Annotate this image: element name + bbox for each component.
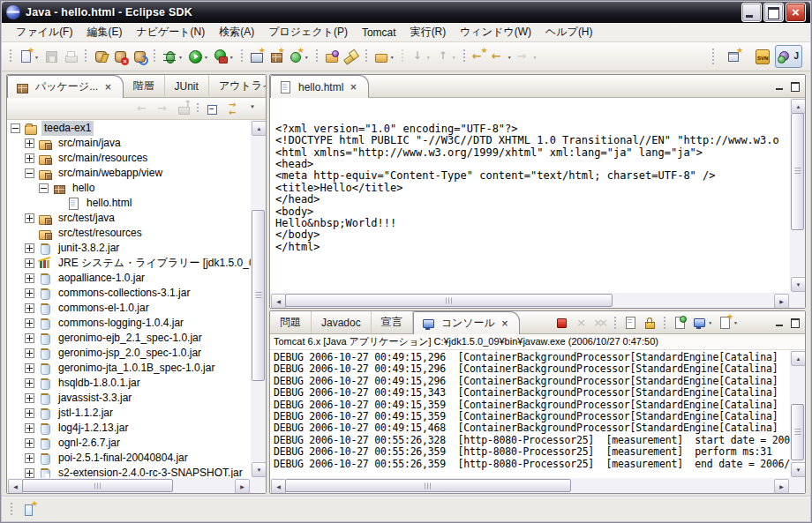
dropdown-arrow-icon[interactable] bbox=[178, 49, 183, 64]
up-nav-button[interactable] bbox=[176, 100, 193, 117]
scroll-up-icon[interactable] bbox=[791, 99, 805, 114]
scroll-down-icon[interactable] bbox=[252, 462, 266, 477]
titlebar[interactable]: Java - hello.html - Eclipse SDK bbox=[2, 2, 810, 23]
expander-icon[interactable] bbox=[25, 258, 34, 268]
remove-launch-button[interactable] bbox=[572, 313, 590, 332]
tomcat-start-button[interactable] bbox=[92, 46, 109, 67]
scroll-left-icon[interactable] bbox=[271, 294, 286, 308]
svn-perspective-button[interactable]: SVN bbox=[748, 45, 773, 68]
expander-icon[interactable] bbox=[25, 213, 34, 223]
new-package-button[interactable] bbox=[267, 46, 285, 67]
scroll-left-icon[interactable] bbox=[271, 479, 286, 493]
tree-vertical-scrollbar[interactable] bbox=[251, 120, 266, 478]
expander-icon[interactable] bbox=[25, 273, 34, 283]
scroll-left-icon[interactable] bbox=[8, 479, 23, 493]
minimize-view-button[interactable] bbox=[774, 317, 786, 329]
tree-item[interactable]: s2-extension-2.4.0-rc-3-SNAPSHOT.jar bbox=[7, 466, 251, 478]
dropdown-arrow-icon[interactable] bbox=[508, 49, 512, 64]
back-nav-small-button[interactable] bbox=[135, 100, 153, 117]
expander-icon[interactable] bbox=[25, 393, 34, 403]
expander-icon[interactable] bbox=[25, 288, 34, 298]
view-tab[interactable]: コンソール bbox=[413, 311, 521, 334]
tree-item[interactable]: hello.html bbox=[7, 196, 251, 211]
tree-item[interactable]: javassist-3.3.jar bbox=[7, 391, 251, 406]
minimize-button[interactable] bbox=[741, 3, 762, 22]
tree-item[interactable]: teeda-ex1 bbox=[7, 121, 251, 136]
tree-item[interactable]: src/main/java bbox=[7, 136, 251, 151]
expander-icon[interactable] bbox=[25, 408, 34, 418]
expander-icon[interactable] bbox=[11, 123, 20, 133]
scroll-up-icon[interactable] bbox=[791, 351, 805, 366]
last-edit-location-button[interactable] bbox=[470, 46, 488, 67]
expander-icon[interactable] bbox=[25, 378, 34, 388]
new-class-button[interactable] bbox=[287, 46, 311, 67]
tree-item[interactable]: junit-3.8.2.jar bbox=[7, 241, 251, 256]
maximize-view-button[interactable] bbox=[789, 317, 801, 329]
tree-item[interactable]: geronimo-ejb_2.1_spec-1.0.jar bbox=[7, 331, 251, 346]
minimize-editor-button[interactable] bbox=[774, 80, 786, 93]
fast-view-button[interactable] bbox=[20, 499, 38, 520]
scroll-right-icon[interactable] bbox=[774, 479, 789, 493]
scrollbar-thumb[interactable] bbox=[252, 210, 265, 382]
prev-annotation-button[interactable] bbox=[434, 46, 458, 67]
view-tab[interactable]: パッケージ... bbox=[7, 75, 124, 98]
dropdown-arrow-icon[interactable] bbox=[533, 49, 538, 64]
tree-item[interactable]: poi-2.5.1-final-20040804.jar bbox=[7, 451, 251, 466]
view-tab[interactable]: Javadoc bbox=[312, 311, 372, 333]
tree-item[interactable]: geronimo-jta_1.0.1B_spec-1.0.jar bbox=[7, 361, 251, 376]
scroll-down-icon[interactable] bbox=[791, 462, 805, 477]
maximize-button[interactable] bbox=[763, 3, 784, 22]
expander-icon[interactable] bbox=[25, 153, 34, 163]
dropdown-arrow-icon[interactable] bbox=[708, 315, 712, 331]
expander-icon[interactable] bbox=[25, 438, 34, 448]
expander-icon[interactable] bbox=[25, 453, 34, 463]
view-tab[interactable]: アウトライン bbox=[209, 75, 267, 97]
new-java-project-button[interactable] bbox=[248, 46, 266, 67]
scrollbar-thumb[interactable] bbox=[791, 113, 804, 230]
view-menu-button[interactable] bbox=[244, 100, 262, 117]
run-button[interactable] bbox=[186, 46, 210, 67]
scroll-up-icon[interactable] bbox=[252, 121, 266, 136]
scroll-right-icon[interactable] bbox=[774, 294, 789, 308]
tree-item[interactable]: hello bbox=[7, 181, 251, 196]
tree-horizontal-scrollbar[interactable] bbox=[7, 478, 251, 493]
console-horizontal-scrollbar[interactable] bbox=[270, 478, 790, 493]
close-tab-icon[interactable] bbox=[350, 83, 357, 92]
scrollbar-thumb[interactable] bbox=[285, 294, 613, 307]
expander-icon[interactable] bbox=[25, 318, 34, 328]
expander-icon[interactable] bbox=[25, 168, 34, 178]
open-type-button[interactable] bbox=[323, 46, 341, 67]
menu-item[interactable]: ナビゲート(N) bbox=[129, 23, 212, 41]
tree-item[interactable]: log4j-1.2.13.jar bbox=[7, 421, 251, 436]
tree-item[interactable]: JRE システム・ライブラリー [jdk1.5.0_09] bbox=[7, 256, 251, 271]
scrollbar-thumb[interactable] bbox=[22, 479, 173, 492]
tree-item[interactable]: src/main/webapp/view bbox=[7, 166, 251, 181]
expander-icon[interactable] bbox=[39, 183, 49, 193]
external-tools-button[interactable] bbox=[212, 46, 236, 67]
tree-item[interactable]: geronimo-jsp_2.0_spec-1.0.jar bbox=[7, 346, 251, 361]
close-button[interactable] bbox=[786, 3, 806, 22]
debug-button[interactable] bbox=[161, 46, 184, 67]
close-tab-icon[interactable] bbox=[104, 83, 111, 92]
open-resource-button[interactable] bbox=[372, 46, 396, 67]
java-perspective-button[interactable]: J bbox=[775, 45, 802, 68]
pin-console-button[interactable] bbox=[671, 313, 688, 332]
code-editor[interactable]: <?xml version="1.0" encoding="UTF-8"?><!… bbox=[270, 98, 805, 308]
link-with-editor-button[interactable] bbox=[224, 100, 242, 117]
menu-item[interactable]: ファイル(F) bbox=[9, 23, 79, 41]
print-button[interactable] bbox=[62, 46, 79, 67]
forward-nav-small-button[interactable] bbox=[155, 100, 173, 117]
editor-tab[interactable]: hello.html bbox=[270, 75, 369, 98]
menu-item[interactable]: 実行(R) bbox=[403, 23, 454, 41]
scrollbar-thumb[interactable] bbox=[791, 404, 804, 460]
open-console-button[interactable] bbox=[716, 313, 740, 332]
dropdown-arrow-icon[interactable] bbox=[452, 49, 456, 64]
dropdown-arrow-icon[interactable] bbox=[229, 49, 234, 64]
expander-icon[interactable] bbox=[25, 363, 34, 373]
remove-all-terminated-button[interactable] bbox=[591, 313, 609, 332]
console-vertical-scrollbar[interactable] bbox=[790, 350, 805, 478]
tree-item[interactable]: commons-collections-3.1.jar bbox=[7, 286, 251, 301]
terminate-button[interactable] bbox=[553, 313, 570, 332]
display-selected-console-button[interactable] bbox=[690, 313, 714, 332]
new-wizard-button[interactable] bbox=[17, 46, 41, 67]
